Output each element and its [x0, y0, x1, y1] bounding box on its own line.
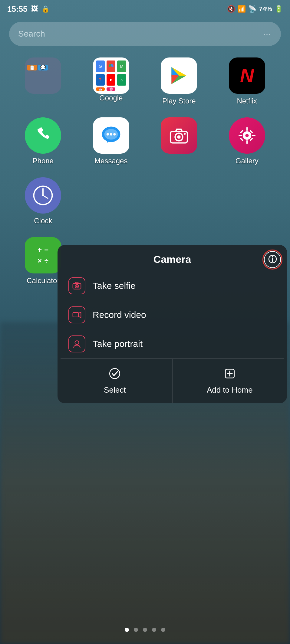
calc-grid: + − × ÷	[33, 241, 53, 270]
calc-minus: −	[44, 246, 48, 254]
svg-point-8	[110, 133, 112, 136]
calc-multiply: ×	[38, 257, 42, 265]
app-messages[interactable]: Messages	[87, 117, 135, 165]
app-row-3: Clock	[9, 177, 281, 225]
gallery-svg	[236, 125, 258, 146]
mini-icon-2: 💬	[38, 65, 48, 70]
clock-app-icon	[25, 177, 61, 214]
app-netflix[interactable]: N Netflix	[223, 57, 271, 105]
photos-icon: 🌸	[107, 87, 115, 91]
camera-svg	[168, 125, 189, 146]
search-placeholder: Search	[18, 29, 263, 39]
context-menu-title: Camera	[153, 253, 191, 265]
app-row-2: Phone Messages	[9, 117, 281, 165]
select-icon	[109, 368, 121, 382]
youtube-icon: ▶	[107, 74, 115, 86]
search-bar[interactable]: Search ⋯	[9, 22, 281, 46]
battery-icon: 🔋	[275, 5, 283, 13]
gallery-icon	[229, 117, 265, 154]
select-svg	[109, 368, 121, 380]
security-icon: 🔒	[41, 5, 50, 13]
time-display: 15:55	[7, 5, 28, 14]
info-icon: ⓘ	[268, 254, 277, 265]
play-store-icon	[161, 57, 197, 94]
svg-line-27	[43, 195, 48, 198]
svg-rect-19	[252, 135, 255, 136]
netflix-icon: N	[229, 57, 265, 94]
app-camera[interactable]	[155, 117, 203, 165]
svg-rect-20	[240, 130, 243, 133]
take-portrait-label: Take portrait	[93, 339, 143, 349]
messages-icon	[93, 117, 129, 154]
svg-point-12	[177, 135, 181, 139]
google-folder-label: Google	[99, 94, 123, 102]
wifi-icon: 📶	[238, 5, 246, 13]
add-home-svg	[224, 368, 236, 380]
app-phone[interactable]: Phone	[19, 117, 67, 165]
page-dot-3[interactable]	[143, 628, 147, 632]
take-selfie-label: Take selfie	[93, 281, 136, 291]
netflix-label: Netflix	[237, 97, 257, 105]
status-right: 🔇 📶 📡 74% 🔋	[227, 5, 283, 13]
svg-rect-17	[246, 140, 248, 144]
phone-label: Phone	[33, 157, 54, 165]
signal-icon: 📡	[248, 5, 256, 13]
maps-icon: 📍	[96, 74, 105, 86]
app-clock[interactable]: Clock	[19, 177, 67, 225]
context-item-take-portrait[interactable]: Take portrait	[64, 329, 281, 358]
empty-slot-2	[155, 177, 203, 225]
video-svg	[72, 310, 82, 320]
calendar-icon: 📅	[96, 87, 105, 91]
page-dots	[0, 628, 290, 632]
svg-point-9	[113, 133, 116, 136]
app-gallery[interactable]: Gallery	[223, 117, 271, 165]
context-title-row: Camera ⓘ	[58, 245, 287, 271]
page-dot-5[interactable]	[161, 628, 165, 632]
page-dot-4[interactable]	[152, 628, 156, 632]
app-folder-1[interactable]: 📋 💬	[19, 57, 67, 105]
add-to-home-icon	[224, 368, 236, 382]
google-folder-icon: G M 📍 ▶ △ 📅 🌸	[93, 57, 129, 94]
gallery-label: Gallery	[236, 157, 259, 165]
context-add-to-home-action[interactable]: Add to Home	[173, 359, 287, 403]
app-google-folder[interactable]: G M 📍 ▶ △ 📅 🌸 Google	[87, 57, 135, 105]
search-options-icon[interactable]: ⋯	[263, 29, 272, 39]
calc-divide: ÷	[44, 257, 48, 265]
context-select-action[interactable]: Select	[58, 359, 173, 403]
svg-rect-22	[240, 138, 243, 141]
google-g-icon: G	[96, 60, 105, 72]
context-menu: Camera ⓘ Take selfie	[58, 245, 287, 403]
take-portrait-icon	[68, 335, 85, 352]
calculator-label: Calculator	[27, 276, 59, 285]
svg-marker-32	[78, 312, 81, 318]
page-dot-1[interactable]	[125, 628, 129, 632]
phone-icon	[25, 117, 61, 154]
calc-plus: +	[38, 246, 42, 254]
record-video-icon	[68, 306, 85, 323]
context-info-button[interactable]: ⓘ	[264, 251, 281, 268]
photo-icon: 🖼	[31, 5, 38, 13]
status-left: 15:55 🖼 🔒	[7, 5, 50, 14]
drive-icon: △	[117, 74, 126, 86]
svg-point-7	[107, 133, 109, 136]
add-to-home-label: Add to Home	[207, 385, 253, 395]
portrait-svg	[72, 339, 82, 349]
phone-svg	[32, 125, 54, 146]
folder-icon: 📋 💬	[25, 57, 61, 94]
record-video-label: Record video	[93, 310, 146, 320]
app-row-1: 📋 💬 G M 📍 ▶ △ 📅 🌸	[9, 57, 281, 105]
app-play-store[interactable]: Play Store	[155, 57, 203, 105]
messages-label: Messages	[94, 157, 127, 165]
empty-slot-1	[87, 177, 135, 225]
svg-rect-16	[246, 127, 248, 131]
context-menu-items: Take selfie Record video Take portrait	[58, 271, 287, 358]
svg-point-15	[245, 134, 249, 137]
play-store-svg	[168, 65, 189, 86]
selfie-svg	[72, 281, 82, 291]
context-item-take-selfie[interactable]: Take selfie	[64, 271, 281, 300]
clock-label: Clock	[34, 217, 52, 225]
battery-display: 74%	[259, 5, 272, 13]
mini-icon-1: 📋	[27, 65, 37, 70]
page-dot-2[interactable]	[134, 628, 138, 632]
context-item-record-video[interactable]: Record video	[64, 300, 281, 329]
